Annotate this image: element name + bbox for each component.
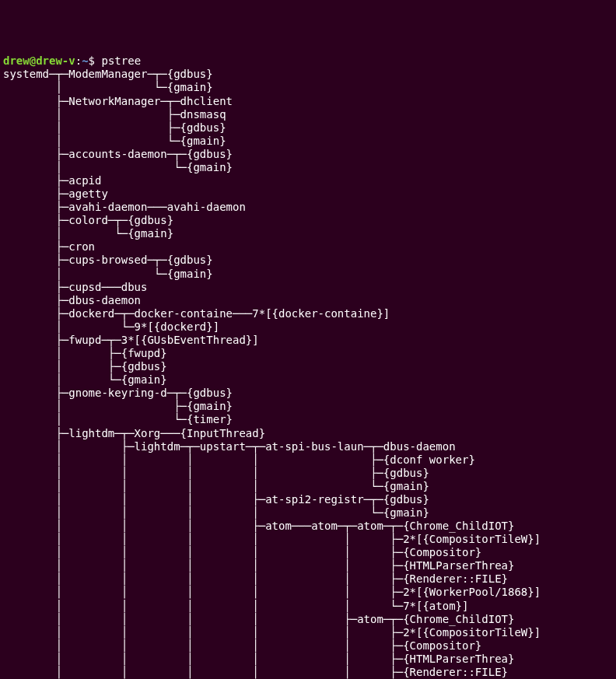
prompt-at: @ — [30, 54, 36, 67]
terminal-output[interactable]: drew@drew-v:~$ pstree systemd─┬─ModemMan… — [0, 53, 616, 679]
prompt-path: ~ — [82, 54, 88, 67]
command-text: pstree — [101, 54, 141, 67]
pstree-output: systemd─┬─ModemManager─┬─{gdbus} │ └─{gm… — [3, 68, 613, 679]
prompt-host: drew-v — [36, 54, 75, 67]
prompt-user: drew — [3, 54, 30, 67]
prompt-colon: : — [75, 54, 82, 67]
prompt-dollar: $ — [89, 54, 95, 67]
